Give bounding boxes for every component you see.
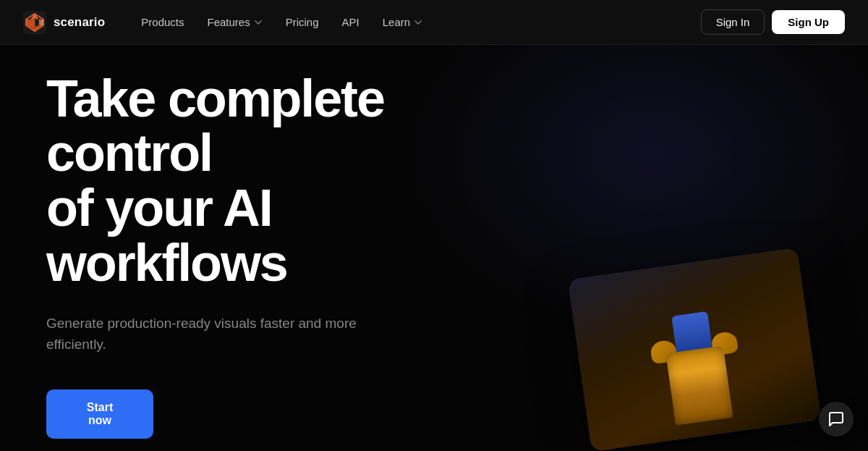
hero-image-area [506, 219, 868, 451]
logo-text: scenario [54, 15, 105, 30]
nav-link-learn[interactable]: Learn [373, 10, 433, 34]
nav-link-pricing[interactable]: Pricing [276, 10, 329, 34]
hero-card-inner [568, 248, 821, 451]
features-chevron-icon [254, 18, 263, 27]
navbar: scenario Products Features Pricing API L… [0, 0, 868, 45]
nav-links: Products Features Pricing API Learn [131, 10, 433, 34]
hero-section: Take complete control of your AI workflo… [0, 45, 868, 451]
nav-left: scenario Products Features Pricing API L… [23, 10, 433, 34]
sign-in-button[interactable]: Sign In [701, 9, 765, 35]
hero-subtitle: Generate production-ready visuals faster… [46, 313, 357, 355]
nav-right: Sign In Sign Up [701, 9, 845, 35]
nav-link-products[interactable]: Products [131, 10, 194, 34]
logo[interactable]: scenario [23, 11, 105, 34]
character-body [665, 345, 733, 425]
nav-link-features[interactable]: Features [197, 10, 273, 34]
sign-up-button[interactable]: Sign Up [772, 10, 845, 34]
hero-title: Take complete control of your AI workflo… [46, 72, 495, 290]
learn-chevron-icon [414, 18, 422, 27]
nav-link-api[interactable]: API [332, 10, 370, 34]
scenario-logo-icon [23, 11, 46, 34]
hero-card [568, 248, 821, 451]
chat-icon [827, 410, 845, 428]
start-now-button[interactable]: Start now [46, 389, 153, 439]
chat-widget-button[interactable] [819, 402, 854, 437]
character-figure [637, 292, 757, 443]
svg-marker-3 [39, 20, 43, 25]
